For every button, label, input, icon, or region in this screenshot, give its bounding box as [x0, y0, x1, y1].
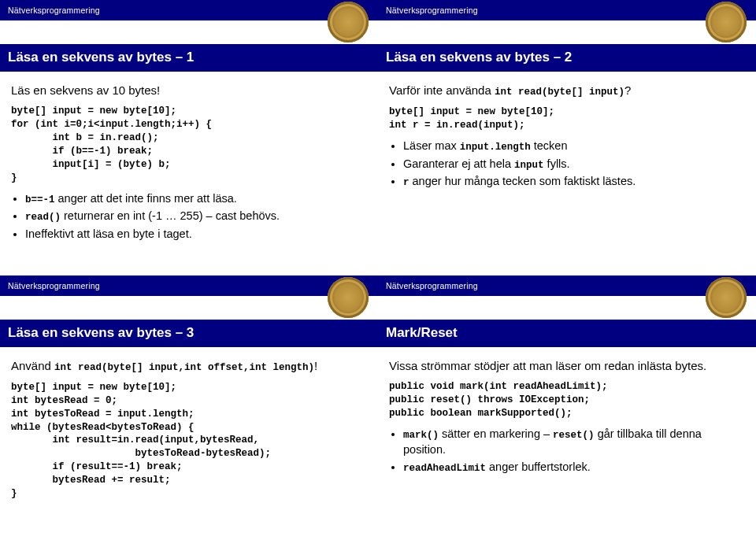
- university-seal-icon: [706, 277, 747, 318]
- list-item: read() returnerar en int (-1 … 255) – ca…: [25, 209, 367, 224]
- text-span: Läser max: [403, 139, 460, 152]
- code-span: int read(byte[] input): [495, 87, 624, 98]
- slide-grid: Nätverksprogrammering Läsa en sekvens av…: [0, 0, 756, 551]
- slide-title: Läsa en sekvens av bytes – 2: [386, 50, 572, 65]
- slide-title: Läsa en sekvens av bytes – 1: [8, 50, 194, 65]
- code-span: readAheadLimit: [403, 463, 486, 474]
- list-item: Läser max input.length tecken: [403, 139, 745, 154]
- university-seal-icon: [328, 277, 369, 318]
- text-span: returnerar en int (-1 … 255) – cast behö…: [61, 209, 280, 222]
- slide-header: Nätverksprogrammering: [0, 0, 378, 20]
- title-band: Mark/Reset: [378, 320, 756, 347]
- code-block: byte[] input = new byte[10]; int bytesRe…: [11, 381, 367, 501]
- code-block: byte[] input = new byte[10]; int r = in.…: [389, 105, 745, 132]
- title-band: Läsa en sekvens av bytes – 3: [0, 320, 378, 347]
- intro-text: Varför inte använda int read(byte[] inpu…: [389, 83, 745, 99]
- header-label: Nätverksprogrammering: [386, 6, 478, 15]
- slide-4: Nätverksprogrammering Mark/Reset Vissa s…: [378, 276, 756, 551]
- intro-text: Vissa strömmar stödjer att man läser om …: [389, 358, 745, 374]
- slide-body: Vissa strömmar stödjer att man läser om …: [378, 347, 756, 486]
- text-span: anger att det inte finns mer att läsa.: [55, 192, 237, 205]
- list-item: Garanterar ej att hela input fylls.: [403, 157, 745, 172]
- list-item: readAheadLimit anger buffertstorlek.: [403, 460, 745, 475]
- code-span: b==-1: [25, 194, 55, 205]
- text-span: ?: [624, 83, 631, 97]
- code-span: input.length: [460, 142, 531, 153]
- list-item: mark() sätter en markering – reset() går…: [403, 427, 745, 457]
- text-span: sätter en markering –: [439, 427, 553, 440]
- slide-header: Nätverksprogrammering: [378, 0, 756, 20]
- code-span: read(): [25, 212, 61, 223]
- text-span: Använd: [11, 359, 54, 372]
- text-span: Garanterar ej att hela: [403, 157, 514, 170]
- slide-2: Nätverksprogrammering Läsa en sekvens av…: [378, 0, 756, 276]
- slide-title: Läsa en sekvens av bytes – 3: [8, 325, 194, 340]
- text-span: anger buffertstorlek.: [486, 460, 591, 473]
- text-span: fylls.: [544, 157, 570, 170]
- slide-1: Nätverksprogrammering Läsa en sekvens av…: [0, 0, 378, 276]
- header-label: Nätverksprogrammering: [8, 6, 100, 15]
- text-span: !: [314, 359, 317, 372]
- list-item: Ineffektivt att läsa en byte i taget.: [25, 227, 367, 242]
- title-band: Läsa en sekvens av bytes – 1: [0, 44, 378, 72]
- bullet-list: b==-1 anger att det inte finns mer att l…: [11, 191, 367, 242]
- university-seal-icon: [328, 2, 369, 43]
- slide-body: Använd int read(byte[] input,int offset,…: [0, 347, 378, 515]
- header-label: Nätverksprogrammering: [386, 281, 478, 290]
- text-span: Ineffektivt att läsa en byte i taget.: [25, 227, 192, 240]
- slide-body: Läs en sekvens av 10 bytes! byte[] input…: [0, 72, 378, 253]
- code-span: input: [514, 160, 544, 171]
- slide-body: Varför inte använda int read(byte[] inpu…: [378, 72, 756, 201]
- code-span: int read(byte[] input,int offset,int len…: [54, 362, 314, 373]
- intro-text: Använd int read(byte[] input,int offset,…: [11, 358, 367, 375]
- title-band: Läsa en sekvens av bytes – 2: [378, 44, 756, 72]
- code-span: reset(): [553, 430, 595, 441]
- text-span: tecken: [531, 139, 568, 152]
- slide-title: Mark/Reset: [386, 325, 458, 340]
- slide-header: Nätverksprogrammering: [378, 276, 756, 296]
- bullet-list: Läser max input.length tecken Garanterar…: [389, 139, 745, 190]
- intro-text: Läs en sekvens av 10 bytes!: [11, 83, 367, 98]
- list-item: r anger hur många tecken som faktiskt lä…: [403, 174, 745, 190]
- code-block: byte[] input = new byte[10]; for (int i=…: [11, 105, 367, 184]
- code-block: public void mark(int readAheadLimit); pu…: [389, 380, 745, 420]
- header-label: Nätverksprogrammering: [8, 281, 100, 290]
- text-span: anger hur många tecken som faktiskt läst…: [410, 175, 636, 187]
- code-span: mark(): [403, 430, 439, 441]
- list-item: b==-1 anger att det inte finns mer att l…: [25, 191, 367, 207]
- bullet-list: mark() sätter en markering – reset() går…: [389, 427, 745, 475]
- university-seal-icon: [706, 2, 747, 43]
- slide-header: Nätverksprogrammering: [0, 276, 378, 296]
- text-span: Varför inte använda: [389, 83, 495, 97]
- code-span: r: [403, 177, 410, 188]
- slide-3: Nätverksprogrammering Läsa en sekvens av…: [0, 276, 378, 551]
